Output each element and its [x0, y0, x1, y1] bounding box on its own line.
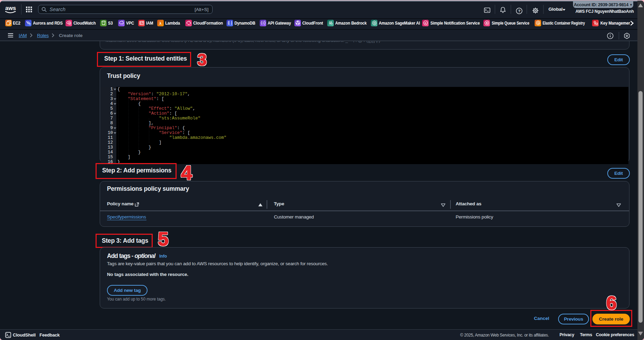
svg-text:λ: λ [159, 21, 161, 25]
svg-text:?: ? [518, 9, 520, 13]
svg-text:aws: aws [5, 5, 16, 11]
svg-text:π: π [424, 21, 426, 25]
